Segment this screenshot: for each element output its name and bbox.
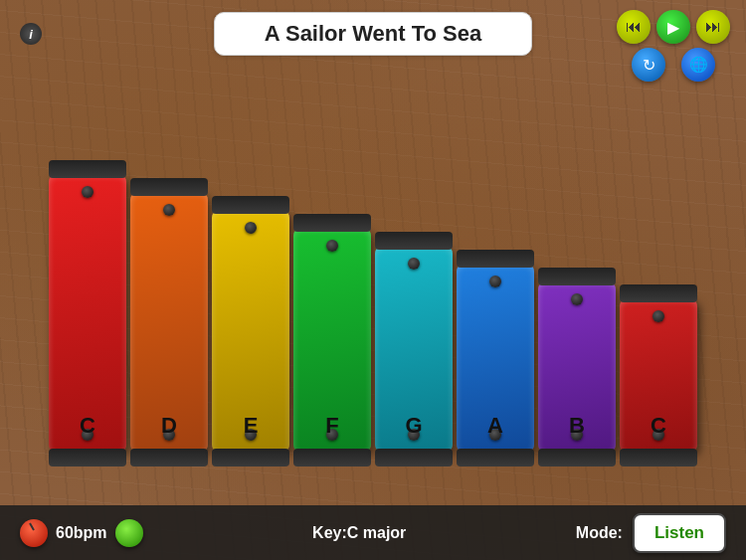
bar-mount-top bbox=[212, 196, 289, 214]
note-label: C bbox=[651, 413, 666, 439]
bar-mount-bottom bbox=[457, 449, 534, 467]
bar-mount-bottom bbox=[212, 449, 289, 467]
xylophone-bar-wrap-C-7: C bbox=[620, 144, 697, 453]
bar-mount-bottom bbox=[375, 449, 453, 467]
note-label: D bbox=[161, 413, 177, 439]
xylophone-bar-D-1[interactable]: D bbox=[130, 192, 208, 453]
bar-mount-top bbox=[49, 160, 126, 178]
loop-icon: ↻ bbox=[643, 56, 655, 75]
xylophone-bar-G-4[interactable]: G bbox=[375, 246, 453, 453]
playback-row-1: ⏮ ▶ ⏭ bbox=[617, 10, 730, 44]
fast-forward-button[interactable]: ⏭ bbox=[696, 10, 730, 44]
xylophone-bar-wrap-A-5: A bbox=[457, 144, 534, 453]
screw-top bbox=[408, 258, 420, 270]
rewind-button[interactable]: ⏮ bbox=[617, 10, 651, 44]
xylophone-bar-wrap-F-3: F bbox=[293, 144, 371, 453]
bottom-bar: 60bpm Key:C major Mode: Listen bbox=[0, 505, 746, 560]
screw-top bbox=[163, 204, 175, 216]
note-label: F bbox=[325, 413, 338, 439]
xylophone-bar-C-0[interactable]: C bbox=[49, 174, 126, 453]
screw-top bbox=[82, 186, 93, 198]
bar-mount-top bbox=[375, 232, 453, 250]
bar-mount-bottom bbox=[538, 449, 616, 467]
xylophone-bar-C-7[interactable]: C bbox=[620, 298, 697, 453]
info-button[interactable]: i bbox=[20, 23, 42, 45]
rewind-icon: ⏮ bbox=[626, 18, 642, 36]
bar-mount-top bbox=[620, 284, 697, 302]
bar-mount-top bbox=[293, 214, 371, 232]
screw-top bbox=[571, 293, 583, 305]
bar-mount-top bbox=[130, 178, 208, 196]
globe-button[interactable]: 🌐 bbox=[681, 48, 715, 82]
bar-mount-bottom bbox=[620, 449, 697, 467]
screw-top bbox=[245, 222, 257, 234]
xylophone-bar-wrap-E-2: E bbox=[212, 144, 289, 453]
bpm-display: 60bpm bbox=[56, 524, 107, 542]
xylophone-bar-wrap-B-6: B bbox=[538, 144, 616, 453]
screw-top bbox=[489, 276, 501, 287]
playback-row-2: ↻ 🌐 bbox=[617, 48, 730, 82]
mode-section: Mode: Listen bbox=[576, 513, 726, 553]
xylophone-bar-E-2[interactable]: E bbox=[212, 210, 289, 453]
xylophone: CDEFGABC bbox=[30, 144, 716, 453]
xylophone-bar-B-6[interactable]: B bbox=[538, 281, 616, 453]
play-icon: ▶ bbox=[667, 18, 679, 37]
listen-button[interactable]: Listen bbox=[633, 513, 726, 553]
screw-top bbox=[326, 240, 338, 252]
loop-button[interactable]: ↻ bbox=[632, 48, 665, 82]
xylophone-bar-wrap-C-0: C bbox=[49, 144, 126, 453]
bpm-increase-knob[interactable] bbox=[115, 519, 143, 547]
song-title: A Sailor Went To Sea bbox=[214, 12, 532, 56]
note-label: E bbox=[244, 413, 259, 439]
play-button[interactable]: ▶ bbox=[656, 10, 690, 44]
bar-mount-bottom bbox=[293, 449, 371, 467]
key-display: Key:C major bbox=[312, 524, 406, 542]
globe-icon: 🌐 bbox=[689, 56, 708, 74]
note-label: A bbox=[487, 413, 503, 439]
xylophone-bar-wrap-G-4: G bbox=[375, 144, 453, 453]
fast-forward-icon: ⏭ bbox=[705, 18, 721, 36]
note-label: C bbox=[80, 413, 95, 439]
note-label: G bbox=[405, 413, 422, 439]
bpm-section: 60bpm bbox=[20, 519, 143, 547]
bpm-decrease-knob[interactable] bbox=[20, 519, 48, 547]
screw-top bbox=[653, 310, 664, 322]
xylophone-bar-A-5[interactable]: A bbox=[457, 264, 534, 453]
xylophone-bar-wrap-D-1: D bbox=[130, 144, 208, 453]
bar-mount-top bbox=[538, 268, 616, 285]
bar-mount-bottom bbox=[130, 449, 208, 467]
xylophone-bar-F-3[interactable]: F bbox=[293, 228, 371, 453]
note-label: B bbox=[569, 413, 585, 439]
bar-mount-top bbox=[457, 250, 534, 268]
playback-controls: ⏮ ▶ ⏭ ↻ 🌐 bbox=[617, 10, 730, 82]
bar-mount-bottom bbox=[49, 449, 126, 467]
